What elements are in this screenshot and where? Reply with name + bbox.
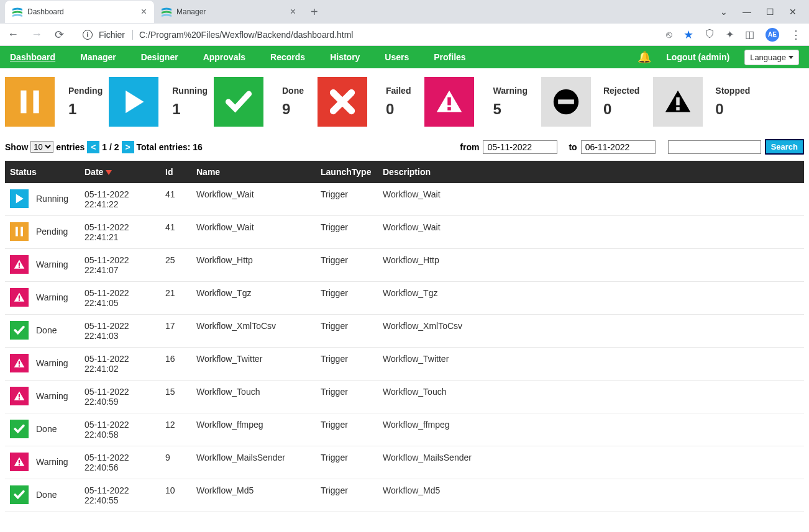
share-icon[interactable]: ⎋ (666, 29, 672, 40)
language-button[interactable]: Language (744, 50, 799, 65)
table-row[interactable]: Pending05-11-202222:41:2141Workflow_Wait… (5, 216, 804, 249)
bookmark-star-icon[interactable]: ★ (683, 28, 693, 42)
status-text: Done (36, 424, 57, 434)
cell-name: Workflow_ffmpeg (191, 413, 316, 446)
maximize-icon[interactable]: ☐ (766, 7, 774, 17)
stat-value: 0 (603, 101, 639, 118)
col-date[interactable]: Date (80, 161, 160, 183)
cell-description: Workflow_MailsSender (378, 446, 804, 479)
cell-name: Workflow_Touch (191, 381, 316, 413)
minus-icon (541, 77, 591, 127)
search-input[interactable] (668, 140, 761, 154)
col-id[interactable]: Id (160, 161, 191, 183)
page-current: 1 (102, 142, 107, 152)
cell-launchtype: Trigger (316, 348, 378, 381)
stat-label: Warning (493, 86, 527, 96)
table-row[interactable]: Done05-11-202222:40:5510Workflow_Md5Trig… (5, 479, 804, 512)
cell-date: 05-11-202222:40:56 (80, 446, 160, 479)
extensions-icon[interactable]: ✦ (726, 29, 734, 40)
cell-launchtype: Trigger (316, 413, 378, 446)
table-row[interactable]: Warning05-11-202222:41:0216Workflow_Twit… (5, 348, 804, 381)
url-bar[interactable]: i Fichier C:/Program%20Files/Wexflow/Bac… (74, 26, 656, 43)
col-name[interactable]: Name (191, 161, 316, 183)
cell-description: Workflow_Tgz (378, 282, 804, 315)
search-button[interactable]: Search (765, 139, 804, 155)
site-info-icon[interactable]: i (83, 30, 93, 40)
nav-item-approvals[interactable]: Approvals (203, 52, 245, 62)
cell-description: Workflow_Wait (378, 183, 804, 216)
url-scheme-label: Fichier (99, 30, 133, 40)
col-launchtype[interactable]: LaunchType (316, 161, 378, 183)
minimize-icon[interactable]: — (743, 7, 751, 17)
cell-id: 41 (160, 216, 191, 249)
to-label: to (569, 142, 577, 152)
sidepanel-icon[interactable]: ◫ (745, 29, 754, 40)
stat-done: Done9 (282, 77, 367, 127)
to-date-input[interactable] (581, 140, 656, 154)
nav-item-history[interactable]: History (330, 52, 360, 62)
close-window-icon[interactable]: ✕ (789, 7, 797, 17)
table-row[interactable]: Done05-11-202222:41:0317Workflow_XmlToCs… (5, 315, 804, 348)
pause-icon (5, 77, 55, 127)
browser-tab-active[interactable]: Dashboard × (5, 1, 154, 23)
forward-button[interactable]: → (31, 28, 42, 41)
close-tab-icon[interactable]: × (141, 6, 147, 17)
favicon-icon (12, 7, 22, 17)
cell-name: Workflow_Tgz (191, 282, 316, 315)
browser-chrome: Dashboard × Manager × + ⌄ — ☐ ✕ ← → ⟳ i … (0, 0, 809, 46)
logout-link[interactable]: Logout (admin) (666, 52, 729, 62)
next-page-button[interactable]: > (122, 141, 134, 153)
nav-item-manager[interactable]: Manager (80, 52, 116, 62)
table-row[interactable]: Warning05-11-202222:41:0521Workflow_TgzT… (5, 282, 804, 315)
nav-item-profiles[interactable]: Profiles (434, 52, 465, 62)
back-button[interactable]: ← (7, 28, 19, 41)
prev-page-button[interactable]: < (87, 141, 99, 153)
cell-description: Workflow_XmlToCsv (378, 315, 804, 348)
warning-black-icon (653, 77, 703, 127)
table-row[interactable]: Warning05-11-202222:40:5915Workflow_Touc… (5, 381, 804, 413)
status-text: Warning (36, 391, 68, 401)
table-row[interactable]: Warning05-11-202222:40:569Workflow_Mails… (5, 446, 804, 479)
status-text: Warning (36, 259, 68, 269)
stat-failed: Failed0 (386, 77, 474, 127)
check-icon (10, 321, 29, 340)
table-row[interactable]: Warning05-11-202222:41:0725Workflow_Http… (5, 249, 804, 282)
col-status[interactable]: Status (5, 161, 80, 183)
stats-row: Pending1 Running1 Done9 Failed0 Warning5… (0, 68, 809, 135)
stat-value: 1 (68, 101, 103, 118)
cell-id: 21 (160, 282, 191, 315)
menu-dots-icon[interactable]: ⋮ (790, 28, 802, 42)
navbar: DashboardManagerDesignerApprovalsRecords… (0, 46, 809, 68)
nav-item-designer[interactable]: Designer (141, 52, 178, 62)
x-icon (318, 77, 367, 127)
cell-launchtype: Trigger (316, 249, 378, 282)
cell-description: Workflow_Wait (378, 216, 804, 249)
check-icon (10, 485, 29, 504)
reload-button[interactable]: ⟳ (55, 28, 64, 42)
nav-item-users[interactable]: Users (385, 52, 409, 62)
nav-item-records[interactable]: Records (270, 52, 305, 62)
page-total: 2 (114, 142, 119, 152)
stat-label: Rejected (603, 86, 639, 96)
profile-avatar[interactable]: AE (766, 28, 779, 42)
cell-name: Workflow_Wait (191, 183, 316, 216)
status-text: Running (36, 194, 68, 204)
cell-date: 05-11-202222:41:22 (80, 183, 160, 216)
warn-icon (10, 354, 29, 372)
shield-icon[interactable] (705, 29, 715, 40)
entries-select[interactable]: 10 (30, 141, 53, 153)
new-tab-button[interactable]: + (311, 5, 318, 19)
caret-down-icon[interactable]: ⌄ (720, 7, 728, 17)
browser-tab-inactive[interactable]: Manager × (154, 1, 303, 23)
close-tab-icon[interactable]: × (290, 6, 296, 17)
notifications-bell-icon[interactable]: 🔔 (638, 50, 651, 64)
table-row[interactable]: Running05-11-202222:41:2241Workflow_Wait… (5, 183, 804, 216)
stat-label: Stopped (715, 86, 750, 96)
nav-item-dashboard[interactable]: Dashboard (10, 52, 55, 62)
cell-id: 10 (160, 479, 191, 512)
cell-date: 05-11-202222:41:03 (80, 315, 160, 348)
col-description[interactable]: Description (378, 161, 804, 183)
app-viewport: DashboardManagerDesignerApprovalsRecords… (0, 46, 809, 531)
from-date-input[interactable] (483, 140, 557, 154)
table-row[interactable]: Done05-11-202222:40:5812Workflow_ffmpegT… (5, 413, 804, 446)
